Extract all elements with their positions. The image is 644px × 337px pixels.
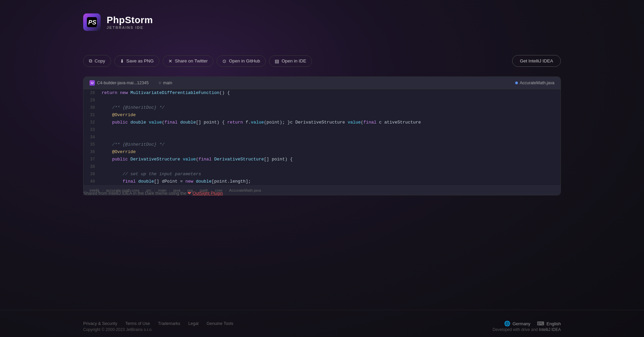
- logo-icon: PS: [83, 13, 101, 31]
- footer-legal-link[interactable]: Legal: [188, 321, 199, 326]
- code-line-30: 30 /** {@inheritDoc} */: [84, 104, 560, 111]
- get-idea-label: Get IntelliJ IDEA: [520, 58, 553, 63]
- ide-label: Open in IDE: [281, 58, 306, 63]
- panel-header: IJ C4-builder-java-mai...12345 ⑂ main Ac…: [84, 77, 560, 89]
- copy-button[interactable]: ⧉ Copy: [83, 55, 111, 67]
- language-selector[interactable]: ⌨ English: [537, 321, 561, 327]
- branch-info: ⑂ main: [159, 81, 172, 86]
- twitter-label: Share on Twitter: [175, 58, 208, 63]
- code-line-29: 29: [84, 97, 560, 104]
- footer-links: Privacy & Security Terms of Use Trademar…: [83, 321, 233, 326]
- open-github-button[interactable]: ⊙ Open in GitHub: [217, 55, 266, 67]
- github-icon: ⊙: [222, 58, 226, 64]
- logo-text: PhpStorm JETBRAINS IDE: [107, 15, 153, 30]
- heart-icon: ❤: [187, 191, 193, 196]
- repo-name: C4-builder-java-mai...12345: [97, 81, 149, 85]
- copyright-row: Copyright © 2000-2023 JetBrains s.r.o. D…: [83, 327, 561, 332]
- code-line-36: 36 @Override: [84, 148, 560, 156]
- branch-icon: ⑂: [159, 81, 161, 86]
- shared-text: Shared from IntelliJ IDEA in the Dark th…: [83, 191, 186, 196]
- copy-label: Copy: [95, 58, 105, 63]
- footer: Privacy & Security Terms of Use Trademar…: [0, 310, 644, 337]
- code-line-32: 32 public double value(final double[] po…: [84, 119, 560, 126]
- globe-icon: 🌐: [504, 321, 511, 327]
- code-line-37: 37 public DerivativeStructure value(fina…: [84, 156, 560, 163]
- code-line-40: 40 final double[] dPoint = new double[po…: [84, 178, 560, 185]
- intellij-idea-link[interactable]: IntelliJ IDEA: [539, 327, 561, 332]
- code-line-35: 35 /** {@inheritDoc} */: [84, 141, 560, 148]
- open-ide-button[interactable]: ▤ Open in IDE: [269, 55, 312, 67]
- code-panel: IJ C4-builder-java-mai...12345 ⑂ main Ac…: [83, 77, 561, 195]
- code-line-31: 31 @Override: [84, 111, 560, 119]
- country-label: Germany: [513, 321, 530, 326]
- file-dot-icon: [515, 82, 518, 84]
- toolbar: ⧉ Copy ⬇ Save as PNG ✕ Share on Twitter …: [83, 55, 312, 67]
- code-line-28: 28 return new MultivariateDifferentiable…: [84, 89, 560, 97]
- footer-privacy-link[interactable]: Privacy & Security: [83, 321, 117, 326]
- save-label: Save as PNG: [126, 58, 154, 63]
- ij-logo-icon: IJ: [90, 80, 95, 86]
- country-selector[interactable]: 🌐 Germany: [504, 321, 530, 327]
- footer-genuine-link[interactable]: Genuine Tools: [207, 321, 233, 326]
- file-name: AccurateMath.java: [520, 81, 554, 85]
- code-line-33: 33: [84, 126, 560, 134]
- download-icon: ⬇: [120, 58, 124, 64]
- get-idea-button[interactable]: Get IntelliJ IDEA: [512, 55, 561, 67]
- code-area: 28 return new MultivariateDifferentiable…: [84, 89, 560, 185]
- header: PS PhpStorm JETBRAINS IDE: [83, 13, 153, 31]
- code-line-38: 38: [84, 163, 560, 171]
- app-subtitle: JETBRAINS IDE: [107, 26, 153, 30]
- save-png-button[interactable]: ⬇ Save as PNG: [114, 55, 160, 67]
- sep-icon: ›: [225, 188, 226, 192]
- footer-locale: 🌐 Germany ⌨ English: [504, 321, 561, 327]
- outsight-link[interactable]: OutSight Plugin: [193, 191, 223, 196]
- shared-info: Shared from IntelliJ IDEA in the Dark th…: [83, 191, 223, 196]
- share-twitter-button[interactable]: ✕ Share on Twitter: [163, 55, 213, 67]
- developed-text: Developed with drive and IntelliJ IDEA: [493, 327, 561, 332]
- github-label: Open in GitHub: [229, 58, 260, 63]
- branch-name: main: [163, 81, 172, 85]
- repo-tab[interactable]: IJ C4-builder-java-mai...12345: [90, 80, 149, 86]
- copy-icon: ⧉: [89, 58, 92, 64]
- code-line-34: 34: [84, 134, 560, 141]
- svg-text:PS: PS: [88, 19, 96, 26]
- twitter-icon: ✕: [168, 58, 172, 64]
- footer-trademarks-link[interactable]: Trademarks: [158, 321, 180, 326]
- file-info: AccurateMath.java: [515, 81, 554, 85]
- translate-icon: ⌨: [537, 321, 544, 327]
- ide-icon: ▤: [275, 58, 279, 64]
- copyright-text: Copyright © 2000-2023 JetBrains s.r.o.: [83, 327, 153, 332]
- code-line-39: 39 // set up the input parameters: [84, 171, 560, 178]
- app-name: PhpStorm: [107, 15, 153, 26]
- footer-terms-link[interactable]: Terms of Use: [125, 321, 150, 326]
- language-label: English: [546, 321, 561, 326]
